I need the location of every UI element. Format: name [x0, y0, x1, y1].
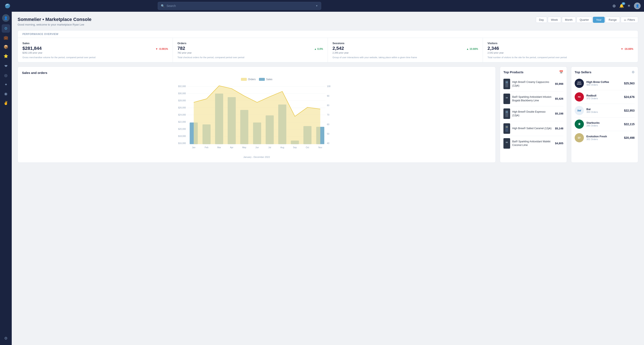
- perf-value-sales: $281,844: [22, 46, 42, 51]
- time-btn-quarter[interactable]: Quarter: [576, 17, 592, 23]
- perf-label-sales: Sales: [22, 42, 168, 45]
- svg-text:Sep: Sep: [293, 146, 297, 148]
- svg-text:80: 80: [327, 104, 329, 107]
- chart-subtitle: January - December 2022: [22, 156, 491, 158]
- top-sellers-settings-icon[interactable]: ⚙: [632, 70, 634, 74]
- topnav-actions: ⊕ 🔔 5 ☀ 👤: [612, 2, 641, 9]
- list-item: ★ Starbucks 285 Orders $22,115: [575, 117, 634, 131]
- perf-desc-orders: Total checkout orders for the period, co…: [178, 56, 323, 59]
- perf-card-sessions: Sessions 2,542 ▲ 10.66% 2,346 prior year…: [328, 38, 483, 62]
- perf-value-visitors: 2,346: [488, 46, 499, 51]
- svg-text:$24,000: $24,000: [178, 114, 186, 116]
- svg-text:$16,000: $16,000: [178, 142, 186, 144]
- perf-label-visitors: Visitors: [488, 42, 633, 45]
- theme-toggle[interactable]: ☀: [627, 3, 630, 8]
- seller-info-3: Starbucks 285 Orders: [586, 121, 621, 127]
- sidebar-item-activity[interactable]: ◉: [2, 90, 10, 98]
- chart-legend: Orders Sales: [22, 78, 491, 81]
- sidebar-item-person[interactable]: ✌: [2, 99, 10, 107]
- seller-name-3: Starbucks: [586, 121, 621, 124]
- list-item: Bai® Sparkling Antioxidant Infusion Boga…: [504, 91, 563, 106]
- time-btn-year[interactable]: Year: [593, 17, 604, 23]
- time-btn-month[interactable]: Month: [562, 17, 576, 23]
- svg-rect-52: [506, 111, 508, 113]
- bottom-row: Sales and orders Orders Sales $32,000: [18, 66, 638, 163]
- svg-rect-54: [506, 126, 508, 127]
- page-title-section: Sommelier • Marketplace Console Good mor…: [18, 17, 92, 26]
- seller-orders-1: 372 Orders: [586, 97, 621, 100]
- svg-text:$26,000: $26,000: [178, 107, 186, 109]
- svg-text:May: May: [242, 146, 246, 148]
- svg-text:Jul: Jul: [268, 146, 271, 148]
- svg-text:$18,000: $18,000: [178, 135, 186, 137]
- time-btn-week[interactable]: Week: [548, 17, 561, 23]
- product-name-4: Bai® Sparkling Antioxidant Waikiki Cocon…: [512, 140, 553, 147]
- seller-revenue-2: $22,953: [624, 109, 634, 112]
- perf-prior-orders: 782 prior year: [178, 51, 323, 54]
- seller-revenue-4: $20,498: [624, 136, 634, 139]
- filters-button[interactable]: ⚏ Filters: [621, 17, 638, 23]
- seller-name-4: Evolution Fresh: [586, 135, 621, 138]
- chart-card: Sales and orders Orders Sales $32,000: [18, 66, 496, 163]
- content: Sommelier • Marketplace Console Good mor…: [12, 12, 644, 345]
- svg-rect-55: [505, 140, 508, 147]
- top-products-settings-icon[interactable]: 📅: [559, 70, 563, 74]
- top-products-card: Top Products 📅 High Brew® Creamy Cappucc…: [500, 66, 567, 163]
- svg-rect-48: [506, 81, 508, 83]
- svg-text:100: 100: [327, 85, 330, 87]
- perf-desc-sessions: Group of user interactions with your web…: [332, 56, 478, 59]
- sidebar-item-dashboard[interactable]: ⚙: [2, 24, 10, 33]
- seller-logo-3: ★: [575, 119, 584, 129]
- list-item: Bai® Sparkling Antioxidant Waikiki Cocon…: [504, 136, 563, 151]
- sidebar-item-gear[interactable]: ✦: [2, 80, 10, 89]
- seller-logo-4: EF: [575, 133, 584, 142]
- sidebar-item-briefcase[interactable]: 💼: [2, 33, 10, 42]
- svg-text:60: 60: [327, 123, 329, 125]
- product-price-0: $5,998: [555, 82, 563, 85]
- seller-info-4: Evolution Fresh 301 Orders: [586, 135, 621, 140]
- sidebar-item-star[interactable]: ⭐: [2, 52, 10, 60]
- perf-label-orders: Orders: [178, 42, 323, 45]
- sidebar-item-circle[interactable]: ◎: [2, 71, 10, 79]
- user-avatar[interactable]: 👤: [634, 2, 641, 9]
- perf-prior-sales: $282,100 prior year: [22, 51, 168, 54]
- list-item: EF Evolution Fresh 301 Orders $20,498: [575, 131, 634, 144]
- list-item: High Brew® Creamy Cappuccino (12pk) $5,9…: [504, 77, 563, 91]
- time-btn-day[interactable]: Day: [536, 17, 547, 23]
- time-btn-range[interactable]: Range: [606, 17, 620, 23]
- add-button[interactable]: ⊕: [612, 3, 616, 8]
- sidebar-item-settings[interactable]: ⚙: [2, 334, 10, 343]
- performance-overview-label: Performance overview: [18, 30, 638, 38]
- logo[interactable]: [3, 2, 11, 10]
- search-input[interactable]: [166, 4, 314, 7]
- seller-name-2: Bai: [586, 108, 621, 111]
- search-bar[interactable]: 🔍 ▼: [158, 2, 321, 10]
- product-price-1: $5,426: [555, 97, 563, 100]
- list-item: RB Redbull 372 Orders $24,676: [575, 90, 634, 104]
- search-dropdown-icon[interactable]: ▼: [316, 4, 318, 7]
- notifications-button[interactable]: 🔔 5: [619, 3, 624, 8]
- svg-text:$20,000: $20,000: [178, 128, 186, 130]
- sidebar-avatar[interactable]: 👤: [2, 14, 10, 22]
- top-products-header: Top Products 📅: [504, 70, 563, 74]
- seller-logo-0: HIGHBREW: [575, 79, 584, 88]
- top-products-title: Top Products: [504, 70, 524, 74]
- perf-change-sales: ▼ -0.091%: [156, 47, 168, 50]
- legend-sales: Sales: [259, 78, 272, 81]
- list-item: High Brew® Salted Caramel (12pk) $5,148: [504, 121, 563, 136]
- perf-change-sessions: ▲ 10.66%: [466, 47, 478, 50]
- seller-info-2: Bai 369 Orders: [586, 108, 621, 113]
- legend-orders: Orders: [241, 78, 256, 81]
- product-image-1: [504, 94, 510, 104]
- chart-area: $32,000 $30,000 $28,000 $26,000 $24,000 …: [22, 83, 491, 154]
- perf-prior-visitors: 2,542 prior year: [488, 51, 633, 54]
- perf-change-visitors: ▼ -16.66%: [621, 47, 633, 50]
- sidebar-item-heart[interactable]: ❤: [2, 62, 10, 70]
- svg-rect-50: [506, 97, 508, 98]
- filter-icon: ⚏: [624, 18, 626, 21]
- seller-revenue-0: $25,563: [624, 82, 634, 85]
- seller-orders-3: 285 Orders: [586, 124, 621, 127]
- perf-value-orders: 782: [178, 46, 185, 51]
- chart-title: Sales and orders: [22, 71, 491, 74]
- sidebar-item-package[interactable]: 📦: [2, 43, 10, 51]
